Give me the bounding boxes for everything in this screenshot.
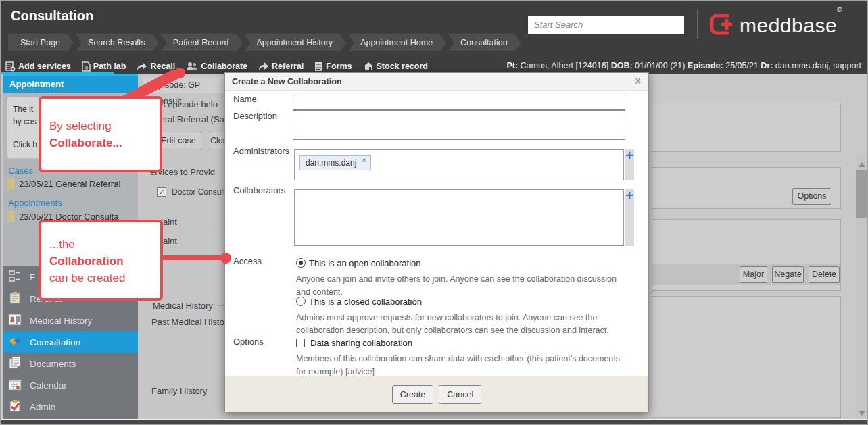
add-services-button[interactable]: Add services [5, 61, 71, 72]
dob-value: 01/01/00 (21) [633, 61, 688, 70]
administrators-label: Administrators [233, 146, 289, 156]
pt-label: Pt: [506, 61, 518, 70]
edit-case-button[interactable]: Edit case [155, 132, 201, 149]
breadcrumb-patient-record[interactable]: Patient Record [161, 34, 243, 51]
dr-value: dan.mms.danj, support [773, 61, 861, 70]
cancel-button[interactable]: Cancel [439, 385, 481, 404]
complaint-divider [191, 222, 224, 222]
name-label: Name [233, 94, 257, 104]
episode-tab[interactable]: Episode: GP Consult.. [143, 77, 226, 93]
documents-icon [8, 356, 22, 372]
medical-history-icon [8, 313, 22, 328]
appointments-heading[interactable]: Appointments [8, 198, 62, 208]
admin-check-icon [8, 399, 22, 415]
search-input[interactable] [528, 16, 684, 34]
data-sharing-checkbox[interactable] [296, 339, 305, 347]
registered-mark: ® [837, 6, 842, 14]
recall-button[interactable]: Recall [137, 61, 175, 71]
closed-collaboration-radio[interactable] [296, 297, 306, 306]
episode-label: Episode: [688, 61, 723, 70]
appointment-panel-header: Appointment [3, 74, 138, 93]
negate-button[interactable]: Negate [772, 266, 804, 283]
description-input[interactable] [293, 110, 625, 140]
add-administrator-button[interactable]: + [624, 150, 635, 161]
recall-arrow-icon [137, 61, 147, 71]
breadcrumb-appointment-home[interactable]: Appointment Home [348, 34, 446, 51]
breadcrumb: Start Page Search Results Patient Record… [8, 34, 523, 51]
breadcrumb-appointment-history[interactable]: Appointment History [245, 34, 347, 51]
data-sharing-help: Members of this collaboration can share … [296, 353, 629, 379]
collaborators-listbox[interactable] [294, 189, 624, 246]
delete-button[interactable]: Delete [809, 266, 840, 283]
open-collaboration-label: This is an open collaboration [309, 258, 421, 268]
dr-label: Dr: [761, 61, 773, 70]
sidebar-item-calendar[interactable]: Calendar [3, 374, 138, 396]
forms-button[interactable]: Forms [314, 61, 352, 72]
dob-label: DOB: [611, 61, 633, 70]
sidebar-item-consultation[interactable]: Consultation [3, 331, 138, 353]
background-panel-4 [652, 296, 841, 418]
modal-title: Create a New Collaboration [225, 73, 648, 91]
meddbase-logo-icon [707, 11, 734, 41]
page-title: Consultation [11, 8, 93, 24]
name-input[interactable] [293, 93, 625, 110]
description-label: Description [233, 111, 277, 121]
scrollbar-thumb[interactable] [856, 170, 867, 218]
create-collaboration-modal: Create a New Collaboration X Name Descri… [224, 72, 649, 412]
patient-summary: Pt: Camus, Albert [124016] DOB: 01/01/00… [506, 61, 861, 70]
open-collaboration-radio[interactable] [296, 258, 306, 268]
add-collaborator-button[interactable]: + [624, 190, 635, 201]
sitemap-icon [8, 270, 22, 285]
bottom-bar [1, 420, 867, 425]
family-history-header: Family History [151, 386, 207, 396]
case-bullet [7, 178, 15, 189]
path-lab-icon [82, 61, 91, 72]
collaborate-button[interactable]: Collaborate [186, 61, 247, 71]
collaborators-label: Collaborators [233, 185, 285, 195]
case-list-item[interactable]: 23/05/21 General Referral [7, 178, 120, 189]
appointment-bullet [7, 211, 15, 222]
doctor-consultation-checkbox[interactable]: ✓ [157, 187, 166, 197]
stock-record-house-icon [363, 61, 374, 71]
breadcrumb-start-page[interactable]: Start Page [8, 34, 74, 51]
sidebar-item-documents[interactable]: Documents [3, 353, 138, 374]
episode-value: 25/05/21 [723, 61, 761, 70]
stock-record-button[interactable]: Stock record [363, 61, 428, 71]
medical-history-header: Medical History [153, 301, 213, 311]
remove-admin-icon[interactable]: × [362, 156, 366, 164]
sidebar-item-admin[interactable]: Admin [3, 396, 138, 418]
medical-history-divider [218, 305, 224, 306]
episode-belongs-text: his episode belo [154, 99, 218, 109]
open-collaboration-help: Anyone can join and invite others to joi… [296, 273, 629, 299]
app-window: Consultation meddbase® Start Page Search… [0, 0, 868, 425]
access-label: Access [233, 256, 262, 266]
collaborate-people-icon [186, 61, 198, 71]
major-button[interactable]: Major [740, 266, 767, 283]
referral-button[interactable]: Referral [258, 61, 304, 71]
top-header: Consultation meddbase® Start Page Search… [1, 1, 867, 74]
calendar-icon [8, 378, 22, 393]
close-case-button[interactable]: Clos [210, 132, 226, 149]
data-sharing-label: Data sharing collaboration [310, 338, 412, 348]
closed-collaboration-label: This is a closed collaboration [309, 297, 422, 307]
referral-arrow-icon [258, 61, 269, 71]
add-services-icon [5, 61, 16, 72]
modal-footer: Create Cancel [225, 376, 648, 412]
create-button[interactable]: Create [392, 385, 434, 404]
cases-heading[interactable]: Cases [8, 166, 33, 176]
options-button[interactable]: Options [792, 188, 831, 205]
pt-value: Camus, Albert [124016] [518, 61, 611, 70]
background-panel-1 [652, 103, 841, 152]
scrollbar-up-arrow[interactable] [859, 162, 865, 167]
modal-close-icon[interactable]: X [635, 76, 641, 86]
callout-collaboration-created: ...the Collaboration can be created [39, 220, 163, 301]
path-lab-button[interactable]: Path lab [82, 61, 126, 72]
breadcrumb-search-results[interactable]: Search Results [76, 34, 159, 51]
forms-icon [314, 61, 323, 72]
sidebar-item-medical-history[interactable]: Medical History [3, 309, 138, 331]
scrollbar-down-arrow[interactable] [859, 411, 865, 416]
breadcrumb-consultation[interactable]: Consultation [448, 34, 521, 51]
past-medical-history-item: Past Medical Histo [151, 317, 224, 327]
logo-divider [697, 10, 698, 39]
consultation-handshake-icon [8, 334, 22, 350]
